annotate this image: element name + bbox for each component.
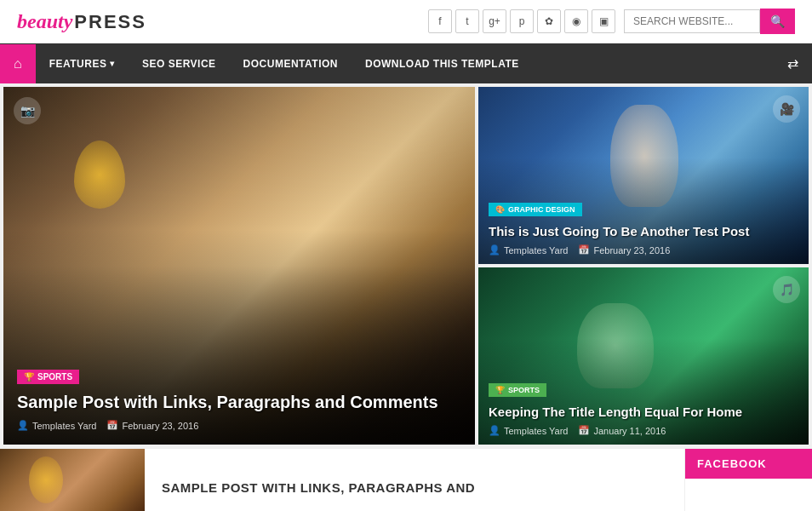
featured-post-info: 🏆 SPORTS Sample Post with Links, Paragra… [3, 354, 475, 445]
instagram-social-icon[interactable]: ▣ [592, 9, 615, 33]
google-plus-social-icon[interactable]: g+ [483, 9, 506, 33]
site-logo[interactable]: beauty PRESS [17, 10, 146, 33]
nav-left: ⌂ FEATURES ▾ SEO SERVICE DOCUMENTATION D… [0, 44, 533, 83]
post-bottom-right[interactable]: 🎵 🏆 SPORTS Keeping The Title Length Equa… [478, 267, 809, 445]
search-button[interactable]: 🔍 [760, 9, 795, 34]
post-video-icon: 🎥 [773, 95, 800, 123]
twitter-social-icon[interactable]: t [455, 9, 479, 33]
date-meta: 📅 February 23, 2016 [106, 420, 198, 431]
logo-beauty: beauty [17, 10, 72, 33]
facebook-header: FACEBOOK [685, 449, 812, 479]
nav-documentation[interactable]: DOCUMENTATION [230, 46, 352, 82]
category-icon: 🏆 [495, 386, 505, 394]
post-top-right[interactable]: 🎥 🎨 GRAPHIC DESIGN This is Just Going To… [478, 87, 809, 264]
post-bottom-right-info: 🏆 SPORTS Keeping The Title Length Equal … [478, 372, 809, 445]
featured-post-meta: 👤 Templates Yard 📅 February 23, 2016 [17, 420, 461, 431]
featured-post-category[interactable]: 🏆 SPORTS [17, 370, 79, 384]
post-top-right-info: 🎨 GRAPHIC DESIGN This is Just Going To B… [478, 192, 809, 265]
social-icons-group: f t g+ p ✿ ◉ ▣ [428, 9, 615, 33]
nav-home-button[interactable]: ⌂ [0, 44, 36, 83]
author-icon: 👤 [489, 244, 500, 256]
header-right: f t g+ p ✿ ◉ ▣ 🔍 [428, 9, 795, 34]
bottom-post-thumbnail [0, 449, 145, 511]
author-meta: 👤 Templates Yard [17, 420, 96, 431]
category-icon: 🎨 [495, 205, 505, 214]
shuffle-button[interactable]: ⇄ [774, 43, 812, 83]
nav-download-template[interactable]: DOWNLOAD THIS TEMPLATE [352, 46, 533, 82]
search-input[interactable] [624, 9, 760, 33]
tumblr-social-icon[interactable]: ✿ [537, 9, 561, 33]
post-top-right-title[interactable]: This is Just Going To Be Another Test Po… [489, 223, 798, 240]
main-nav: ⌂ FEATURES ▾ SEO SERVICE DOCUMENTATION D… [0, 43, 812, 83]
post-music-icon: 🎵 [773, 276, 800, 303]
nav-seo-service[interactable]: SEO SERVICE [129, 46, 230, 82]
date-meta: 📅 February 23, 2016 [578, 244, 670, 256]
post-bottom-right-meta: 👤 Templates Yard 📅 January 11, 2016 [489, 425, 798, 436]
search-bar: 🔍 [624, 9, 795, 34]
author-icon: 👤 [489, 425, 500, 436]
rss-social-icon[interactable]: ◉ [564, 9, 588, 33]
author-meta: 👤 Templates Yard [489, 244, 568, 256]
posts-right-column: 🎥 🎨 GRAPHIC DESIGN This is Just Going To… [478, 87, 809, 445]
content-area: 📷 🏆 SPORTS Sample Post with Links, Parag… [0, 83, 812, 511]
logo-press: PRESS [74, 11, 146, 33]
pinterest-social-icon[interactable]: p [510, 9, 534, 33]
post-image-icon: 📷 [14, 97, 41, 124]
calendar-icon: 📅 [578, 425, 590, 436]
post-bottom-right-title[interactable]: Keeping The Title Length Equal For Home [489, 404, 798, 421]
post-top-right-meta: 👤 Templates Yard 📅 February 23, 2016 [489, 244, 798, 256]
author-icon: 👤 [17, 420, 29, 431]
author-meta: 👤 Templates Yard [489, 425, 568, 436]
post-bottom-right-category[interactable]: 🏆 SPORTS [489, 383, 546, 397]
post-top-right-category[interactable]: 🎨 GRAPHIC DESIGN [489, 203, 582, 216]
featured-grid: 📷 🏆 SPORTS Sample Post with Links, Parag… [0, 83, 812, 448]
nav-features[interactable]: FEATURES ▾ [36, 46, 129, 82]
category-icon: 🏆 [24, 372, 34, 382]
featured-post-title[interactable]: Sample Post with Links, Paragraphs and C… [17, 391, 461, 413]
chevron-down-icon: ▾ [110, 59, 115, 68]
calendar-icon: 📅 [578, 244, 590, 256]
bottom-strip: SAMPLE POST WITH LINKS, PARAGRAPHS AND F… [0, 448, 812, 511]
site-header: beauty PRESS f t g+ p ✿ ◉ ▣ 🔍 [0, 0, 812, 43]
bottom-post-title[interactable]: SAMPLE POST WITH LINKS, PARAGRAPHS AND [162, 480, 475, 495]
calendar-icon: 📅 [106, 420, 118, 431]
date-meta: 📅 January 11, 2016 [578, 425, 666, 436]
facebook-social-icon[interactable]: f [428, 9, 452, 33]
facebook-sidebar: FACEBOOK [684, 449, 812, 511]
featured-post-large[interactable]: 📷 🏆 SPORTS Sample Post with Links, Parag… [3, 87, 475, 445]
bottom-post-text-area: SAMPLE POST WITH LINKS, PARAGRAPHS AND [145, 449, 684, 511]
